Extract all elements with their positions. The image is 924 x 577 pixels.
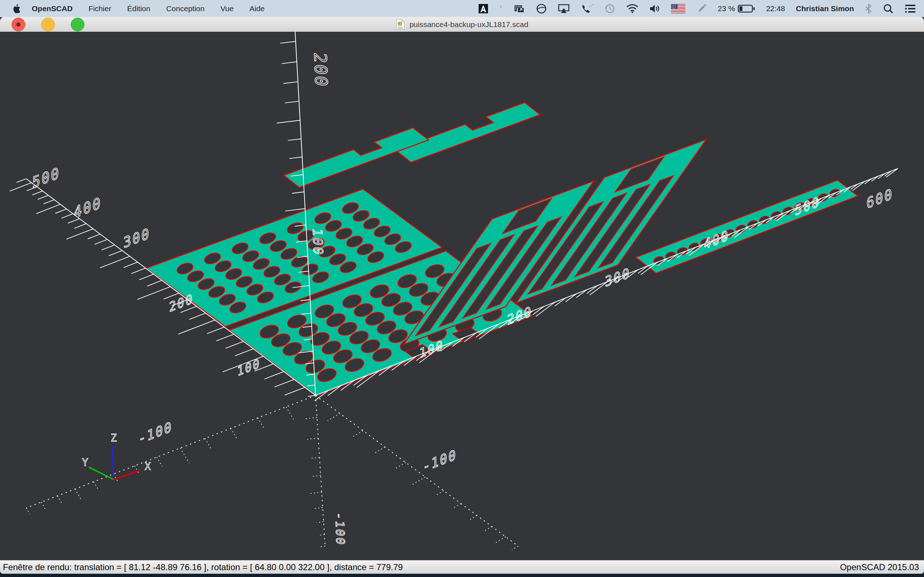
openscad-version: OpenSCAD 2015.03 xyxy=(840,562,924,572)
y-positive-label-300: 300 xyxy=(123,224,150,251)
window-title-bar[interactable]: SCAD puissance4-backup-uxJL1817.scad xyxy=(0,17,924,32)
pencil-icon[interactable] xyxy=(696,3,707,14)
traffic-lights xyxy=(11,17,84,32)
apple-icon xyxy=(12,3,21,13)
render-window-status: Fenêtre de rendu: translation = [ 81.12 … xyxy=(0,562,403,572)
y-positive-label-400: 400 xyxy=(74,193,102,222)
time-machine-icon[interactable] xyxy=(604,3,615,14)
z-positive-label-200: 200 xyxy=(310,52,331,89)
viewport: 100200300400500600500400300200100200100-… xyxy=(0,32,924,560)
minimize-button[interactable] xyxy=(41,18,55,31)
triad-x-label: X xyxy=(145,461,151,472)
x-negative-label--100: -100 xyxy=(138,418,173,448)
bluetooth-icon[interactable] xyxy=(865,3,872,14)
menu-conception[interactable]: Conception xyxy=(158,0,212,17)
zoom-button[interactable] xyxy=(71,18,84,31)
menu-bar: OpenSCADFichierÉditionConceptionVueAide … xyxy=(0,0,924,17)
z-positive-label-100: 100 xyxy=(310,227,326,256)
notification-center-icon[interactable] xyxy=(905,4,916,13)
search-icon[interactable] xyxy=(883,3,894,14)
y-positive-label-500: 500 xyxy=(32,163,60,192)
y-negative-label--100: -100 xyxy=(423,446,457,475)
wifi-icon[interactable] xyxy=(626,4,638,13)
apple-menu[interactable] xyxy=(12,3,21,13)
status-bar: Fenêtre de rendu: translation = [ 81.12 … xyxy=(0,560,924,574)
battery-status[interactable]: 23 % xyxy=(718,4,756,13)
window-title-group: SCAD puissance4-backup-uxJL1817.scad xyxy=(396,19,528,30)
battery-percent: 23 % xyxy=(718,4,735,13)
z-negative-label--100: -100 xyxy=(333,512,347,546)
desktop-edge xyxy=(0,574,924,577)
scad-document-icon: SCAD xyxy=(396,19,405,30)
fast-user-switching-menu[interactable]: Christian Simon xyxy=(796,4,854,13)
volume-icon[interactable] xyxy=(649,4,660,13)
triad-z-label: Z xyxy=(110,432,116,444)
us-flag-icon[interactable] xyxy=(671,4,685,13)
close-button[interactable] xyxy=(11,18,25,31)
menu-aide[interactable]: Aide xyxy=(241,0,273,17)
menubar-status-area: 23 %22:48Christian Simon xyxy=(478,3,924,14)
svg-text:SCAD: SCAD xyxy=(398,27,402,29)
menu-edition[interactable]: Édition xyxy=(119,0,158,17)
gauge-icon[interactable] xyxy=(536,3,547,14)
x-positive-label-600: 600 xyxy=(866,185,893,212)
screen-share-icon[interactable] xyxy=(514,3,525,14)
window-title: puissance4-backup-uxJL1817.scad xyxy=(409,20,528,29)
app-menus: OpenSCADFichierÉditionConceptionVueAide xyxy=(24,0,273,17)
3d-render-canvas[interactable]: 100200300400500600500400300200100200100-… xyxy=(0,32,924,560)
triad-y-label: Y xyxy=(82,456,88,469)
menu-fichier[interactable]: Fichier xyxy=(81,0,119,17)
y-positive-label-100: 100 xyxy=(237,356,261,379)
phone-handoff-icon[interactable] xyxy=(581,3,594,14)
input-menu-icon[interactable] xyxy=(499,4,503,13)
menu-vue[interactable]: Vue xyxy=(213,0,242,17)
adobe-icon[interactable] xyxy=(478,3,488,14)
battery-icon xyxy=(738,4,755,13)
airplay-icon[interactable] xyxy=(558,3,570,14)
menubar-clock[interactable]: 22:48 xyxy=(766,4,785,13)
menu-openscad[interactable]: OpenSCAD xyxy=(24,0,81,17)
